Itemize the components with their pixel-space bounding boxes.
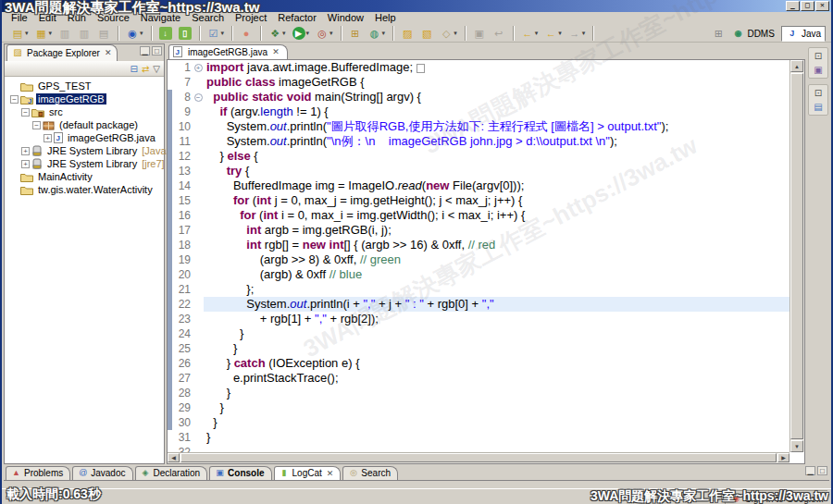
view-menu-icon[interactable]: ▽ bbox=[153, 64, 160, 74]
expand-icon[interactable]: + bbox=[21, 147, 30, 155]
menu-project[interactable]: Project bbox=[230, 12, 272, 24]
vertical-scroll-thumb[interactable] bbox=[790, 73, 803, 439]
tree-item-tw-gis-water-wateractivity[interactable]: tw.gis.water.WaterActivity bbox=[5, 183, 164, 196]
tab-problems[interactable]: ▲Problems bbox=[6, 466, 70, 480]
close-icon[interactable]: ✕ bbox=[327, 469, 334, 478]
last-edit-location-icon[interactable]: ↩ bbox=[490, 25, 508, 42]
menu-help[interactable]: Help bbox=[369, 12, 402, 24]
new-java-class-icon[interactable]: ▦▾ bbox=[32, 25, 56, 42]
menu-navigate[interactable]: Navigate bbox=[135, 12, 186, 24]
minimize-view-icon[interactable]: ▁ bbox=[805, 466, 815, 475]
task-list-icon[interactable]: ▣ bbox=[814, 65, 822, 75]
run-icon[interactable]: ▶▾ bbox=[290, 25, 313, 42]
tab-search[interactable]: ◎Search bbox=[342, 466, 398, 480]
editor-horizontal-scrollbar[interactable]: ◀ ▶ bbox=[168, 452, 789, 463]
android-virtual-device-manager-icon[interactable]: ▯ bbox=[176, 25, 194, 42]
fold-collapse-icon[interactable]: − bbox=[194, 93, 203, 102]
tree-item-src[interactable]: −src bbox=[5, 105, 164, 118]
back-icon[interactable]: ←▾ bbox=[518, 25, 541, 42]
tab-declaration[interactable]: ◈Declaration bbox=[135, 466, 208, 480]
google-signin[interactable]: ◉ Sign in to Google... bbox=[725, 490, 827, 504]
menu-refactor[interactable]: Refactor bbox=[272, 12, 322, 24]
code-line: 32 bbox=[168, 445, 789, 452]
line-number: 14 bbox=[172, 178, 193, 193]
save-all-icon[interactable]: ▥ bbox=[75, 25, 93, 42]
tree-item-mainactivity[interactable]: MainActivity bbox=[5, 170, 164, 183]
menu-source[interactable]: Source bbox=[92, 12, 135, 24]
scroll-down-icon[interactable]: ▼ bbox=[790, 440, 803, 452]
scroll-right-icon[interactable]: ▶ bbox=[777, 453, 789, 462]
tab-logcat[interactable]: ▮LogCat✕ bbox=[274, 466, 342, 480]
maximize-view-icon[interactable]: □ bbox=[817, 466, 827, 475]
restore-view-icon[interactable]: ⊡ bbox=[814, 88, 822, 98]
declaration-icon: ◈ bbox=[141, 468, 151, 478]
back-history-icon[interactable]: ←▾ bbox=[541, 25, 565, 42]
editor-vertical-scrollbar[interactable]: ▲ ▼ bbox=[789, 60, 804, 452]
open-resource-icon[interactable]: ▧ bbox=[417, 25, 436, 42]
tree-item-gps-test[interactable]: GPS_TEST bbox=[5, 80, 164, 92]
code-line: 8− public static void main(String[] argv… bbox=[168, 90, 789, 104]
horizontal-scroll-thumb[interactable] bbox=[180, 453, 777, 462]
android-test-icon[interactable]: ● bbox=[237, 25, 255, 42]
forward-icon[interactable]: →▾ bbox=[566, 25, 589, 42]
scroll-left-icon[interactable]: ◀ bbox=[168, 453, 180, 462]
link-with-editor-icon[interactable]: ⇄ bbox=[142, 64, 149, 74]
external-tools-icon[interactable]: ◎▾ bbox=[313, 25, 336, 42]
close-icon[interactable]: ✕ bbox=[105, 48, 112, 57]
collapse-icon[interactable]: − bbox=[32, 121, 41, 129]
android-sdk-manager-icon[interactable]: ↓ bbox=[156, 25, 175, 42]
new-task-icon[interactable]: ☑▾ bbox=[205, 25, 228, 42]
collapse-icon[interactable]: − bbox=[21, 108, 30, 117]
close-icon[interactable]: ✕ bbox=[272, 47, 280, 56]
tree-item-label: (default package) bbox=[57, 119, 140, 130]
open-browser-icon[interactable]: ◉▾ bbox=[123, 25, 146, 42]
menu-run[interactable]: Run bbox=[62, 12, 92, 24]
fold-expand-icon[interactable]: + bbox=[194, 64, 203, 72]
line-number: 18 bbox=[172, 238, 193, 252]
print-icon[interactable]: ▤ bbox=[94, 25, 113, 42]
menu-edit[interactable]: Edit bbox=[33, 12, 62, 24]
perspective-java[interactable]: JJava bbox=[781, 26, 826, 42]
tree-item-jre-system-library[interactable]: +JRE System Library[jre7] bbox=[5, 157, 164, 170]
collapsed-code-icon[interactable] bbox=[416, 64, 425, 73]
perspective-ddms[interactable]: ◉DDMS bbox=[727, 26, 777, 42]
expand-icon[interactable]: + bbox=[21, 160, 30, 168]
line-number: 16 bbox=[172, 208, 193, 223]
tab-package-explorer[interactable]: ▨ Package Explorer ✕ bbox=[6, 44, 118, 61]
open-type-icon[interactable]: ▨ bbox=[398, 25, 416, 42]
new-java-element-icon[interactable]: ⊞ bbox=[346, 25, 365, 42]
tree-item--default-package-[interactable]: −(default package) bbox=[5, 118, 164, 131]
tab-imagegetrgb-java[interactable]: J imageGetRGB.java ✕ bbox=[168, 44, 288, 59]
editor-area: J imageGetRGB.java ✕ 1+import java.awt.i… bbox=[167, 43, 805, 464]
menu-file[interactable]: File bbox=[6, 12, 33, 24]
search-toolbar-icon[interactable]: ◇▾ bbox=[437, 25, 460, 42]
title-bar[interactable]: _□✕ bbox=[2, 0, 831, 12]
package-explorer-icon: ▨ bbox=[11, 46, 24, 59]
collapse-all-icon[interactable]: ⊟ bbox=[131, 64, 138, 74]
new-wizard-icon[interactable]: ▤▾ bbox=[8, 25, 31, 42]
collapse-icon[interactable]: − bbox=[10, 95, 19, 104]
expand-icon[interactable]: + bbox=[44, 134, 52, 142]
minimize-view-icon[interactable]: ▁ bbox=[140, 46, 150, 55]
debug-icon[interactable]: ❖▾ bbox=[266, 25, 289, 42]
tab-console[interactable]: ▣Console bbox=[209, 466, 271, 480]
tree-item-label: imageGetRGB.java bbox=[66, 132, 157, 143]
menu-search[interactable]: Search bbox=[186, 12, 230, 24]
minimize-button[interactable]: _ bbox=[786, 1, 800, 11]
coverage-icon[interactable]: ◍▾ bbox=[366, 25, 389, 42]
tab-javadoc[interactable]: @Javadoc bbox=[72, 466, 132, 480]
tree-item-imagegetrgb-java[interactable]: +JimageGetRGB.java bbox=[5, 131, 164, 144]
code-editor[interactable]: 1+import java.awt.image.BufferedImage;7p… bbox=[168, 60, 789, 452]
restore-view-icon[interactable]: ⊡ bbox=[814, 51, 822, 61]
maximize-button[interactable]: □ bbox=[801, 1, 814, 11]
close-button[interactable]: ✕ bbox=[815, 1, 829, 11]
open-perspective-icon[interactable]: ⊞ bbox=[712, 27, 725, 40]
save-icon[interactable]: ▥ bbox=[56, 25, 74, 42]
scroll-up-icon[interactable]: ▲ bbox=[790, 60, 803, 72]
outline-icon[interactable]: ▤ bbox=[814, 102, 822, 112]
tree-item-imagegetrgb[interactable]: −JimageGetRGB bbox=[5, 92, 164, 105]
maximize-view-icon[interactable]: □ bbox=[152, 46, 162, 55]
mark-occurrences-icon[interactable]: ▣ bbox=[470, 25, 489, 42]
tree-item-jre-system-library[interactable]: +JRE System Library[JavaSE-1.7] bbox=[5, 144, 164, 157]
menu-window[interactable]: Window bbox=[322, 12, 369, 24]
